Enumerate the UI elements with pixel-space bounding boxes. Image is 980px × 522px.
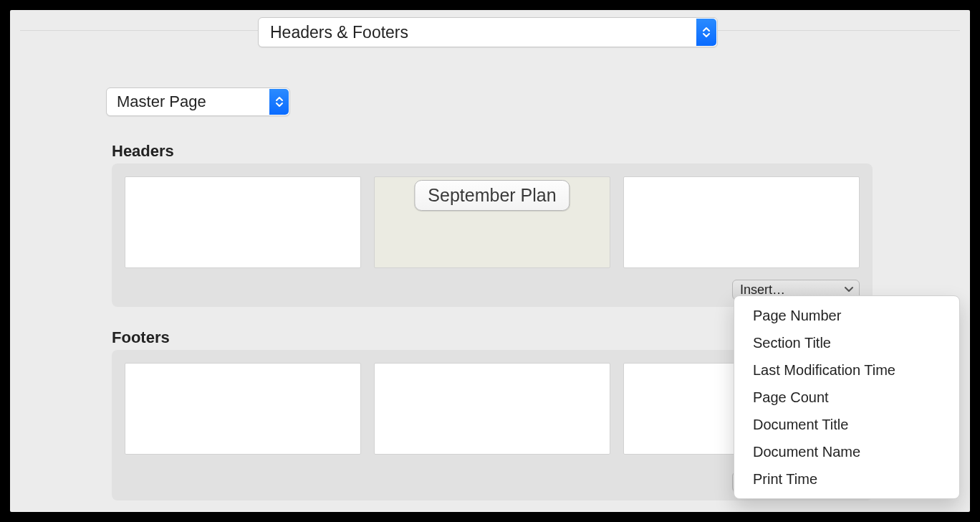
menu-item-section-title[interactable]: Section Title bbox=[734, 329, 959, 356]
footer-cell-left[interactable] bbox=[125, 363, 361, 455]
header-cell-right[interactable] bbox=[623, 176, 860, 268]
headers-title: Headers bbox=[112, 142, 174, 161]
footers-title: Footers bbox=[112, 328, 170, 347]
updown-icon bbox=[269, 89, 289, 115]
menu-item-print-time[interactable]: Print Time bbox=[734, 465, 959, 493]
chevron-down-icon bbox=[845, 287, 853, 293]
headers-footers-panel: Headers & Footers Master Page Headers Se… bbox=[10, 10, 970, 512]
page-scope-select[interactable]: Master Page bbox=[106, 87, 290, 116]
tab-select[interactable]: Headers & Footers bbox=[258, 17, 718, 47]
menu-item-page-count[interactable]: Page Count bbox=[734, 384, 959, 411]
insert-menu: Page Number Section Title Last Modificat… bbox=[734, 295, 960, 499]
menu-item-document-name[interactable]: Document Name bbox=[734, 438, 959, 465]
menu-item-last-mod-time[interactable]: Last Modification Time bbox=[734, 356, 959, 384]
header-center-value: September Plan bbox=[414, 180, 570, 211]
footer-cell-center[interactable] bbox=[374, 363, 610, 455]
header-cell-center[interactable]: September Plan bbox=[374, 176, 610, 268]
headers-card: September Plan Insert… bbox=[112, 163, 873, 307]
header-cells: September Plan bbox=[112, 163, 873, 268]
menu-item-page-number[interactable]: Page Number bbox=[734, 302, 959, 329]
tab-select-label: Headers & Footers bbox=[259, 23, 408, 42]
page-scope-label: Master Page bbox=[107, 92, 206, 111]
header-cell-left[interactable] bbox=[125, 176, 361, 268]
menu-item-document-title[interactable]: Document Title bbox=[734, 411, 959, 438]
updown-icon bbox=[696, 19, 716, 46]
